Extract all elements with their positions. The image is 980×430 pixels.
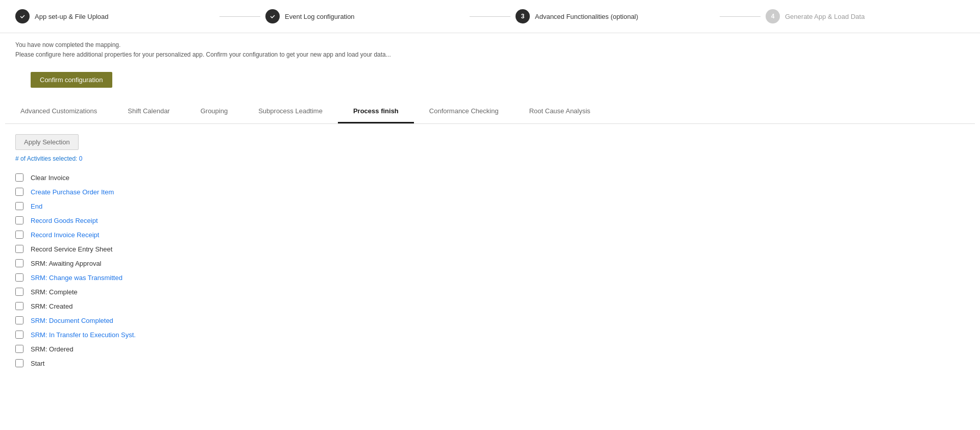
label-srm-in-transfer[interactable]: SRM: In Transfer to Execution Syst. [31, 331, 136, 339]
label-record-invoice-receipt[interactable]: Record Invoice Receipt [31, 231, 99, 239]
list-item: Create Purchase Order Item [15, 185, 965, 199]
list-item: End [15, 199, 965, 213]
confirm-section: Confirm configuration [0, 60, 980, 100]
step-divider-2 [470, 16, 510, 17]
list-item: SRM: Document Completed [15, 313, 965, 327]
label-record-goods-receipt[interactable]: Record Goods Receipt [31, 217, 98, 224]
info-line-1: You have now completed the mapping. [15, 40, 965, 50]
step-4-label: Generate App & Load Data [785, 13, 865, 20]
step-1-icon [15, 9, 30, 23]
activities-count-prefix: # of Activities selected: [15, 155, 77, 162]
label-start[interactable]: Start [31, 360, 44, 367]
svg-point-0 [19, 13, 26, 20]
step-divider-3 [720, 16, 761, 17]
label-create-po-item[interactable]: Create Purchase Order Item [31, 188, 114, 196]
checkbox-srm-change[interactable] [15, 273, 23, 282]
list-item: SRM: Change was Transmitted [15, 270, 965, 285]
list-item: SRM: Created [15, 299, 965, 313]
confirm-button[interactable]: Confirm configuration [31, 72, 112, 88]
checkbox-record-service-entry[interactable] [15, 245, 23, 253]
label-end[interactable]: End [31, 203, 42, 210]
checkbox-clear-invoice[interactable] [15, 173, 23, 182]
label-record-service-entry[interactable]: Record Service Entry Sheet [31, 245, 112, 253]
step-3: 3 Advanced Functionalities (optional) [516, 9, 715, 23]
list-item: Clear Invoice [15, 170, 965, 185]
checkbox-srm-doc-completed[interactable] [15, 316, 23, 324]
stepper: App set-up & File Upload Event Log confi… [0, 0, 980, 33]
info-bar: You have now completed the mapping. Plea… [0, 33, 980, 60]
step-4: 4 Generate App & Load Data [766, 9, 965, 23]
list-item: SRM: Ordered [15, 342, 965, 356]
tab-bar: Advanced Customizations Shift Calendar G… [5, 100, 975, 124]
activities-count-value: 0 [79, 155, 83, 162]
list-item: Start [15, 356, 965, 370]
list-item: SRM: Complete [15, 285, 965, 299]
tab-advanced-customizations[interactable]: Advanced Customizations [5, 100, 112, 123]
tab-process-finish[interactable]: Process finish [338, 100, 414, 123]
checkbox-end[interactable] [15, 202, 23, 210]
checkbox-srm-complete[interactable] [15, 288, 23, 296]
label-srm-change[interactable]: SRM: Change was Transmitted [31, 274, 122, 282]
content-panel: Apply Selection # of Activities selected… [0, 124, 980, 381]
step-3-circle: 3 [516, 9, 530, 23]
step-3-label: Advanced Functionalities (optional) [535, 13, 638, 20]
label-srm-awaiting[interactable]: SRM: Awaiting Approval [31, 260, 102, 267]
tab-root-cause-analysis[interactable]: Root Cause Analysis [514, 100, 606, 123]
checkbox-srm-created[interactable] [15, 302, 23, 310]
checkbox-create-po-item[interactable] [15, 188, 23, 196]
step-4-circle: 4 [766, 9, 780, 23]
list-item: Record Invoice Receipt [15, 227, 965, 242]
checkbox-srm-ordered[interactable] [15, 345, 23, 353]
label-srm-created[interactable]: SRM: Created [31, 302, 72, 310]
tab-subprocess-leadtime[interactable]: Subprocess Leadtime [243, 100, 338, 123]
step-divider-1 [219, 16, 260, 17]
tab-conformance-checking[interactable]: Conformance Checking [414, 100, 514, 123]
step-2-label: Event Log configuration [285, 13, 355, 20]
checkbox-start[interactable] [15, 359, 23, 367]
label-srm-doc-completed[interactable]: SRM: Document Completed [31, 317, 113, 324]
tab-shift-calendar[interactable]: Shift Calendar [112, 100, 185, 123]
step-2-icon [265, 9, 280, 23]
activity-list: Clear InvoiceCreate Purchase Order ItemE… [15, 170, 965, 370]
label-srm-complete[interactable]: SRM: Complete [31, 288, 78, 296]
list-item: SRM: Awaiting Approval [15, 256, 965, 270]
step-1: App set-up & File Upload [15, 9, 214, 23]
label-clear-invoice[interactable]: Clear Invoice [31, 174, 69, 182]
tab-grouping[interactable]: Grouping [185, 100, 243, 123]
list-item: Record Goods Receipt [15, 213, 965, 227]
info-line-2: Please configure here additional propert… [15, 50, 965, 60]
label-srm-ordered[interactable]: SRM: Ordered [31, 345, 74, 353]
checkbox-record-goods-receipt[interactable] [15, 216, 23, 224]
checkbox-srm-awaiting[interactable] [15, 259, 23, 267]
svg-point-1 [269, 13, 276, 20]
list-item: Record Service Entry Sheet [15, 242, 965, 256]
checkbox-record-invoice-receipt[interactable] [15, 231, 23, 239]
checkbox-srm-in-transfer[interactable] [15, 331, 23, 339]
list-item: SRM: In Transfer to Execution Syst. [15, 327, 965, 342]
step-2: Event Log configuration [265, 9, 464, 23]
activities-count: # of Activities selected: 0 [15, 155, 965, 162]
apply-selection-button[interactable]: Apply Selection [15, 134, 79, 150]
step-1-label: App set-up & File Upload [35, 13, 109, 20]
